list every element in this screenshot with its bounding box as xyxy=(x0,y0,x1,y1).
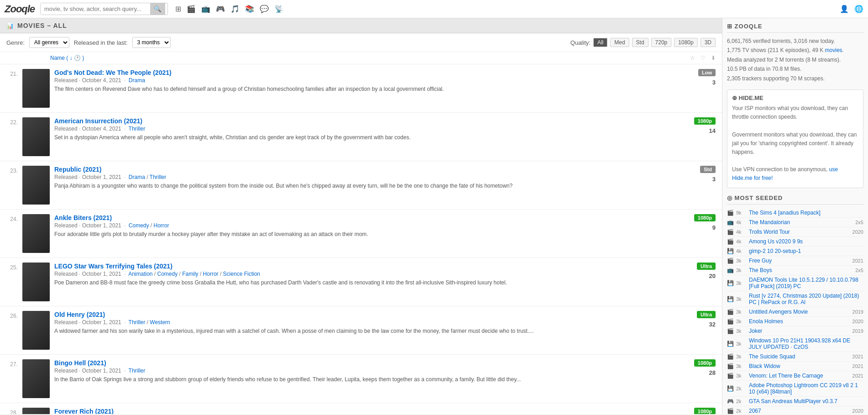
movie-poster[interactable] xyxy=(22,311,50,350)
list-item: 🎬 2k 2067 2020 xyxy=(727,406,863,414)
seeded-link[interactable]: Trolls World Tour xyxy=(749,229,850,235)
seeded-link[interactable]: Among Us v2020 9 9s xyxy=(749,238,863,245)
movie-title[interactable]: Bingo Hell (2021) xyxy=(54,359,106,367)
quality-all-button[interactable]: All xyxy=(593,38,607,47)
col-headers: Name ( ↓ 🕐 ) ☆ ♡ ⬇ xyxy=(0,52,722,64)
seeded-link[interactable]: Venom: Let There Be Carnage xyxy=(749,373,850,379)
book-icon[interactable]: 📚 xyxy=(245,5,254,13)
movie-title[interactable]: Forever Rich (2021) xyxy=(54,408,114,414)
genre-link[interactable]: Thriller xyxy=(129,126,146,132)
seeded-link[interactable]: Windows 10 Pro 21H1 19043.928 x64 DE JUL… xyxy=(749,337,863,350)
movie-poster[interactable] xyxy=(22,408,50,414)
game-icon[interactable]: 🎮 xyxy=(216,5,225,13)
seeded-extra: 2020 xyxy=(852,408,863,414)
movie-poster[interactable] xyxy=(22,359,50,398)
seeded-link[interactable]: GTA San Andreas MultiPlayer v0.3.7 xyxy=(749,398,863,404)
genre-link[interactable]: Drama xyxy=(129,174,145,180)
genre-select[interactable]: All genres Action Comedy Drama Horror Th… xyxy=(29,37,69,48)
quality-label: Quality: xyxy=(570,39,591,46)
quality-std-button[interactable]: Std xyxy=(632,38,648,47)
zooqle-stat-2: 1,775 TV shows (211 K episodes), 49 K mo… xyxy=(727,46,863,55)
seed-count: 3k xyxy=(736,268,746,273)
genre-links: Thriller xyxy=(129,126,146,132)
chat-icon[interactable]: 💬 xyxy=(260,5,269,13)
movie-desc: Four adorable little girls plot to bruta… xyxy=(54,231,690,238)
app-icon: 💾 xyxy=(727,385,733,392)
search-input[interactable] xyxy=(41,3,150,15)
genre-link[interactable]: Animation xyxy=(128,271,152,277)
genre-link[interactable]: Horror xyxy=(203,271,219,277)
genre-link[interactable]: Comedy xyxy=(157,271,178,277)
seeded-extra: 2020 xyxy=(852,319,863,324)
genre-link[interactable]: Horror xyxy=(154,222,169,229)
language-icon[interactable]: 🌐 xyxy=(854,5,863,13)
movie-poster[interactable] xyxy=(22,214,50,253)
seeded-link[interactable]: Untitled Avengers Movie xyxy=(749,309,850,315)
hide-link[interactable]: use Hide.me for free! xyxy=(732,166,838,181)
app-icon: 💾 xyxy=(727,341,733,347)
seeded-link[interactable]: gimp-2 10 20-setup-1 xyxy=(749,248,863,254)
game-icon: 🎮 xyxy=(727,398,733,404)
user-icon[interactable]: 👤 xyxy=(840,5,849,13)
movies-list: 21. God's Not Dead: We The People (2021)… xyxy=(0,64,722,414)
seeded-link[interactable]: Enola Holmes xyxy=(749,318,850,325)
film-icon[interactable]: 🎬 xyxy=(187,5,196,13)
rss-icon[interactable]: 📡 xyxy=(274,5,283,13)
tv-icon[interactable]: 📺 xyxy=(201,5,210,13)
movie-icon: 🎬 xyxy=(727,229,733,235)
seeded-link[interactable]: Free Guy xyxy=(749,257,850,264)
music-icon[interactable]: 🎵 xyxy=(230,5,240,13)
app-icon: 💾 xyxy=(727,296,733,302)
seeded-link[interactable]: 2067 xyxy=(749,408,850,414)
genre-link[interactable]: Comedy xyxy=(129,222,149,229)
movie-title[interactable]: Ankle Biters (2021) xyxy=(54,214,112,221)
seeded-link[interactable]: Black Widow xyxy=(749,363,850,369)
movie-title[interactable]: Republic (2021) xyxy=(54,166,101,173)
genre-link[interactable]: Western xyxy=(150,319,170,326)
name-col-header[interactable]: Name ( ↓ 🕐 ) xyxy=(50,55,690,61)
movie-desc: Poe Dameron and BB-8 must face the greed… xyxy=(54,279,692,287)
movie-desc: Panja Abhiram is a youngster who wants t… xyxy=(54,182,695,190)
genre-link[interactable]: Thriller xyxy=(150,174,167,180)
movie-poster[interactable] xyxy=(22,117,50,156)
grid-icon[interactable]: ⊞ xyxy=(175,5,181,13)
app-icon: 💾 xyxy=(727,280,733,286)
movie-title[interactable]: American Insurrection (2021) xyxy=(54,117,142,125)
quality-badge: 1080p xyxy=(694,408,716,414)
download-icon: ⬇ xyxy=(711,55,716,61)
movie-poster[interactable] xyxy=(22,263,50,301)
movie-poster[interactable] xyxy=(22,166,50,205)
movie-title[interactable]: God's Not Dead: We The People (2021) xyxy=(54,69,172,76)
list-item: 🎬 3k Enola Holmes 2020 xyxy=(727,317,863,326)
quality-med-button[interactable]: Med xyxy=(610,38,629,47)
genre-link[interactable]: Science Fiction xyxy=(223,271,260,277)
movies-link[interactable]: movies xyxy=(825,47,842,53)
seeded-link[interactable]: The Mandalorian xyxy=(749,219,852,226)
logo[interactable]: Zooqle xyxy=(5,3,37,15)
genre-link[interactable]: Thriller xyxy=(129,319,146,326)
time-select[interactable]: 1 week 2 weeks 1 month 3 months 6 months… xyxy=(132,37,171,48)
seeded-link[interactable]: Rust [v 2274, Christmas 2020 Update] (20… xyxy=(749,293,863,305)
seeded-link[interactable]: The Suicide Squad xyxy=(749,353,850,360)
movie-right: Ultra 32 xyxy=(697,311,716,328)
hide-section: ⊕ HIDE.ME Your ISP monitors what you dow… xyxy=(727,89,863,188)
seeded-link[interactable]: The Sims 4 [anadius Repack] xyxy=(749,210,863,216)
quality-3d-button[interactable]: 3D xyxy=(701,38,716,47)
seeded-link[interactable]: Adobe Photoshop Lightroom CC 2019 v8 2 1… xyxy=(749,382,863,395)
movie-title[interactable]: LEGO Star Wars Terrifying Tales (2021) xyxy=(54,263,173,270)
search-button[interactable]: 🔍 xyxy=(150,3,165,15)
seeded-link[interactable]: DAEMON Tools Lite 10.5.1.229 / 10.10.0.7… xyxy=(749,277,863,289)
table-row: 23. Republic (2021) Released · October 1… xyxy=(0,161,722,210)
quality-720p-button[interactable]: 720p xyxy=(651,38,672,47)
movie-icon: 🎬 xyxy=(727,363,733,369)
genre-link[interactable]: Family xyxy=(182,271,198,277)
page-title: MOVIES – ALL xyxy=(17,22,67,29)
movie-poster[interactable] xyxy=(22,69,50,108)
movie-title[interactable]: Old Henry (2021) xyxy=(54,311,105,318)
genre-link[interactable]: Drama xyxy=(129,77,145,84)
quality-1080p-button[interactable]: 1080p xyxy=(674,38,697,47)
seeded-link[interactable]: The Boys xyxy=(749,267,852,273)
torrent-count: 14 xyxy=(709,127,716,134)
genre-link[interactable]: Thriller xyxy=(129,368,146,374)
seeded-link[interactable]: Joker xyxy=(749,328,850,334)
